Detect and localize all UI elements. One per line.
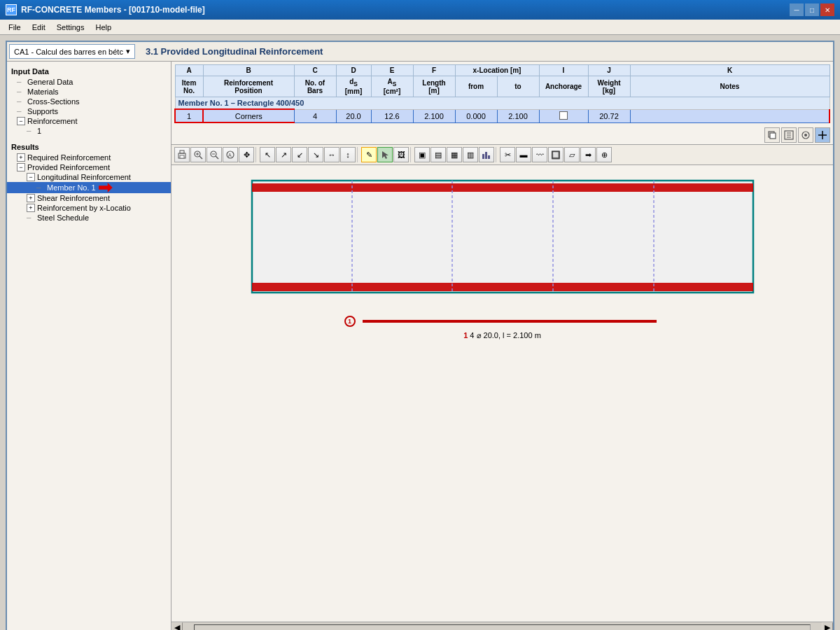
scroll-left-btn[interactable]: ◀ (172, 622, 183, 631)
sidebar-item-supports[interactable]: ─ Supports (7, 106, 171, 116)
svg-rect-1 (770, 133, 776, 139)
expand-icon[interactable]: − (27, 173, 35, 181)
app-icon: RF (6, 4, 17, 15)
gfx-bar-chart-btn[interactable] (479, 147, 494, 162)
table-area: A B C D E F x-Location [m] I J K I (172, 62, 833, 126)
sidebar-item-provided-reinforcement[interactable]: − Provided Reinforcement (7, 162, 171, 172)
gfx-rect4-btn[interactable]: ▥ (463, 147, 478, 162)
sidebar-item-reinforcement[interactable]: − Reinforcement (7, 116, 171, 126)
gfx-zoom-all-btn[interactable]: A (223, 147, 238, 162)
sidebar-item-steel-schedule[interactable]: ─ Steel Schedule (7, 213, 171, 223)
gfx-print-btn[interactable] (174, 147, 190, 162)
gfx-hline-btn[interactable]: ▬ (516, 147, 531, 162)
col-header-K: K (630, 65, 830, 76)
toolbar-separator-2 (357, 147, 360, 162)
legend-description: 1 4 ⌀ 20.0, l = 2.100 m (463, 331, 541, 340)
menu-help[interactable]: Help (90, 22, 117, 33)
gfx-rect3-btn[interactable]: ▦ (447, 147, 462, 162)
beam-drawing (251, 179, 755, 295)
expand-icon[interactable]: − (17, 117, 25, 125)
sidebar-item-longitudinal-reinforcement[interactable]: − Longitudinal Reinforcement (7, 172, 171, 182)
cell-item-no: 1 (175, 109, 203, 122)
col-subheader-ds: dS[mm] (336, 76, 371, 97)
expand-icon[interactable]: + (17, 153, 25, 162)
table-group-header: Member No. 1 – Rectangle 400/450 (175, 97, 830, 110)
col-header-F: F (413, 65, 455, 76)
gfx-pencil-btn[interactable]: ✎ (361, 147, 377, 162)
gfx-scissors-btn[interactable]: ✂ (500, 147, 515, 162)
menu-bar: File Edit Settings Help (0, 20, 840, 35)
menu-file[interactable]: File (3, 22, 27, 33)
table-icon-1[interactable] (764, 127, 780, 143)
main-window: CA1 - Calcul des barres en bétc ▾ 3.1 Pr… (6, 41, 834, 630)
col-header-B: B (203, 65, 294, 76)
cell-no-of-bars: 4 (294, 109, 336, 122)
gfx-arrow-ur-btn[interactable]: ↗ (276, 147, 291, 162)
sidebar-item-general-data[interactable]: ─ General Data (7, 77, 171, 87)
gfx-arrow-v-btn[interactable]: ↕ (340, 147, 356, 162)
col-header-A: A (175, 65, 203, 76)
sidebar-item-reinf-1[interactable]: ─ 1 (7, 126, 171, 136)
top-bar: CA1 - Calcul des barres en bétc ▾ 3.1 Pr… (7, 42, 833, 62)
title-bar: RF RF-CONCRETE Members - [001710-model-f… (0, 0, 840, 20)
expand-icon[interactable]: + (27, 194, 35, 202)
sidebar-item-shear-reinforcement[interactable]: + Shear Reinforcement (7, 193, 171, 203)
gfx-arrow-h-btn[interactable]: ↔ (324, 147, 340, 162)
gfx-cursor-btn[interactable] (377, 147, 393, 162)
horizontal-scrollbar[interactable]: ◀ ▶ (172, 622, 833, 630)
gfx-arrow-right-btn[interactable]: ➡ (580, 147, 596, 162)
gfx-plus-btn[interactable]: ⊕ (596, 147, 612, 162)
gfx-arrow-dl-btn[interactable]: ↙ (292, 147, 307, 162)
scroll-track[interactable] (194, 624, 811, 631)
input-data-label: Input Data (7, 64, 171, 77)
gfx-arrow-ul-btn[interactable]: ↖ (260, 147, 275, 162)
svg-point-7 (804, 134, 807, 136)
case-dropdown[interactable]: CA1 - Calcul des barres en bétc ▾ (9, 44, 135, 59)
sidebar-item-label: Longitudinal Reinforcement (37, 173, 131, 181)
gfx-wave-btn[interactable]: 〰 (532, 147, 547, 162)
gfx-rect1-btn[interactable]: ▣ (414, 147, 430, 162)
sidebar-item-reinforcement-by-x[interactable]: + Reinforcement by x-Locatio (7, 203, 171, 213)
gfx-box-btn[interactable]: 🔲 (548, 147, 564, 162)
sidebar-item-label: Provided Reinforcement (27, 163, 110, 172)
table-icon-2[interactable] (781, 127, 797, 143)
gfx-move-btn[interactable]: ✥ (239, 147, 254, 162)
results-label: Results (7, 140, 171, 153)
minimize-button[interactable]: ─ (790, 4, 804, 16)
sidebar-item-cross-sections[interactable]: ─ Cross-Sections (7, 97, 171, 106)
svg-line-12 (200, 156, 202, 159)
sidebar-item-label: Member No. 1 (47, 183, 96, 192)
scroll-right-btn[interactable]: ▶ (822, 622, 833, 631)
table-icon-4[interactable] (815, 127, 830, 143)
dropdown-arrow: ▾ (126, 47, 130, 56)
gfx-arrow-dr-btn[interactable]: ↘ (308, 147, 323, 162)
close-button[interactable]: ✕ (820, 4, 834, 16)
svg-rect-25 (252, 183, 753, 192)
toolbar-separator (255, 147, 258, 162)
table-icon-3[interactable] (798, 127, 813, 143)
gfx-zoom-in-btn[interactable] (190, 147, 206, 162)
svg-line-16 (216, 156, 218, 159)
cell-as: 12.6 (371, 109, 413, 122)
menu-settings[interactable]: Settings (51, 22, 90, 33)
sidebar-item-member-no-1[interactable]: ─ Member No. 1 (7, 182, 171, 193)
sidebar-item-label: Supports (27, 107, 58, 115)
expand-icon[interactable]: + (27, 204, 35, 212)
gfx-zoom-out-btn[interactable] (206, 147, 222, 162)
menu-edit[interactable]: Edit (27, 22, 51, 33)
expand-icon[interactable]: − (17, 163, 25, 172)
sidebar-item-materials[interactable]: ─ Materials (7, 87, 171, 97)
restore-button[interactable]: □ (805, 4, 819, 16)
gfx-ellipse-btn[interactable]: ▱ (564, 147, 580, 162)
legend-line (363, 320, 657, 323)
sidebar-item-required-reinforcement[interactable]: + Required Reinforcement (7, 153, 171, 162)
gfx-image-btn[interactable]: 🖼 (393, 147, 409, 162)
svg-rect-21 (482, 154, 484, 159)
graphics-toolbar: A ✥ ↖ ↗ ↙ ↘ ↔ ↕ ✎ 🖼 ▣ ▤ ▦ ▥ (172, 144, 833, 165)
gfx-rect2-btn[interactable]: ▤ (430, 147, 446, 162)
table-row[interactable]: 1 Corners 4 20.0 12.6 2.100 0.000 2.100 … (175, 109, 830, 122)
table-icon-bar (172, 126, 833, 144)
col-header-D: D (336, 65, 371, 76)
col-header-GH: x-Location [m] (455, 65, 539, 76)
col-subheader-no-of-bars: No. ofBars (294, 76, 336, 97)
